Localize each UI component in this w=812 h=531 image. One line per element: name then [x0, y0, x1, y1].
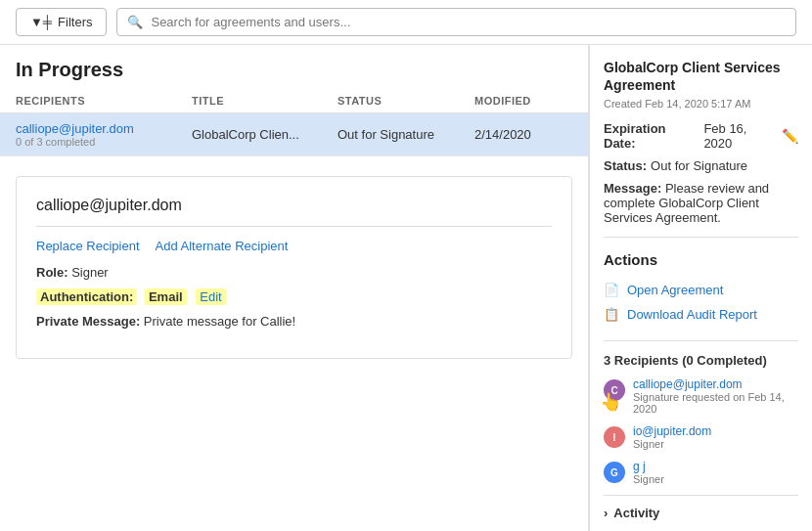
open-agreement-action[interactable]: 📄 Open Agreement — [604, 278, 798, 302]
auth-row: Authentication: Email Edit — [36, 289, 552, 304]
right-panel: GlobalCorp Client Services Agreement Cre… — [589, 45, 812, 531]
col-modified: MODIFIED — [474, 95, 572, 107]
avatar-1: C — [604, 379, 625, 401]
recipient-name-1: calliope@jupiter.dom — [633, 377, 798, 391]
filter-label: Filters — [58, 15, 92, 29]
detail-email: calliope@jupiter.dom — [36, 197, 552, 227]
download-audit-action[interactable]: 📋 Download Audit Report — [604, 302, 798, 327]
actions-title: Actions — [604, 251, 798, 268]
search-bar: 🔍 — [116, 8, 796, 36]
message-section: Message: Please review and complete Glob… — [604, 181, 798, 238]
replace-recipient-link[interactable]: Replace Recipient — [36, 239, 140, 253]
col-status: STATUS — [338, 95, 474, 107]
recipient-sub-2: Signer — [633, 438, 711, 450]
download-icon: 📋 — [604, 307, 619, 322]
message-label: Message: — [604, 181, 661, 196]
recipient-item-1: C calliope@jupiter.dom Signature request… — [604, 377, 798, 415]
filter-icon: ▼╪ — [30, 15, 52, 29]
chevron-right-icon: › — [604, 506, 608, 520]
detail-card: calliope@jupiter.dom Replace Recipient A… — [16, 176, 572, 359]
auth-value: Email — [145, 288, 187, 305]
role-value: Signer — [71, 265, 109, 280]
status-row: Status: Out for Signature — [604, 158, 798, 173]
private-msg-row: Private Message: Private message for Cal… — [36, 314, 552, 329]
detail-links: Replace Recipient Add Alternate Recipien… — [36, 239, 552, 253]
expiration-edit-icon[interactable]: ✏️ — [782, 128, 798, 144]
status-cell: Out for Signature — [338, 127, 474, 142]
activity-toggle[interactable]: › Activity — [604, 506, 798, 520]
recipient-sub-3: Signer — [633, 473, 664, 485]
top-bar: ▼╪ Filters 🔍 — [0, 0, 812, 45]
add-alternate-link[interactable]: Add Alternate Recipient — [156, 239, 289, 253]
recipient-item-3: G g j Signer — [604, 460, 798, 485]
actions-section: Actions 📄 Open Agreement 📋 Download Audi… — [604, 251, 798, 327]
recipient-item-2: I io@jupiter.dom Signer — [604, 424, 798, 450]
status-value: Out for Signature — [651, 158, 747, 173]
recipient-name-3: g j — [633, 460, 664, 473]
left-panel: In Progress RECIPIENTS TITLE STATUS MODI… — [0, 45, 589, 531]
status-label: Status: — [604, 158, 647, 173]
recipient-sub: 0 of 3 completed — [16, 136, 192, 148]
search-input[interactable] — [151, 15, 786, 29]
avatar-3: G — [604, 462, 625, 483]
download-audit-label: Download Audit Report — [627, 307, 757, 322]
modified-cell: 2/14/2020 — [474, 127, 572, 142]
main-content: In Progress RECIPIENTS TITLE STATUS MODI… — [0, 45, 812, 531]
recipient-sub-1: Signature requested on Feb 14, 2020 — [633, 391, 798, 415]
auth-label: Authentication: — [36, 288, 137, 305]
expiration-value: Feb 16, 2020 — [703, 121, 778, 151]
recipient-info-2: io@jupiter.dom Signer — [633, 424, 711, 450]
recipients-title: 3 Recipients (0 Completed) — [604, 353, 798, 368]
agreement-title: GlobalCorp Client Services Agreement — [604, 59, 798, 94]
search-icon: 🔍 — [127, 15, 143, 29]
table-header: RECIPIENTS TITLE STATUS MODIFIED — [0, 89, 588, 113]
col-title: TITLE — [192, 95, 338, 107]
recipient-name-2: io@jupiter.dom — [633, 424, 711, 438]
edit-link[interactable]: Edit — [196, 288, 225, 305]
recipient-cell: calliope@jupiter.dom 0 of 3 completed — [16, 121, 192, 148]
expiration-row: Expiration Date: Feb 16, 2020 ✏️ — [604, 121, 798, 151]
avatar-2: I — [604, 426, 625, 448]
private-value: Private message for Callie! — [144, 314, 295, 329]
activity-section: › Activity — [604, 495, 798, 520]
title-cell: GlobalCorp Clien... — [192, 127, 338, 142]
private-label: Private Message: — [36, 314, 140, 329]
section-title: In Progress — [0, 45, 588, 89]
recipient-email: calliope@jupiter.dom — [16, 121, 192, 136]
created-date: Created Feb 14, 2020 5:17 AM — [604, 98, 798, 110]
expiration-label: Expiration Date: — [604, 121, 699, 151]
filter-button[interactable]: ▼╪ Filters — [16, 8, 107, 36]
role-label: Role: — [36, 265, 68, 280]
role-row: Role: Signer — [36, 265, 552, 280]
col-recipients: RECIPIENTS — [16, 95, 192, 107]
recipient-info-3: g j Signer — [633, 460, 664, 485]
recipient-info-1: calliope@jupiter.dom Signature requested… — [633, 377, 798, 415]
doc-icon: 📄 — [604, 283, 619, 297]
activity-label: Activity — [613, 506, 659, 520]
open-agreement-label: Open Agreement — [627, 283, 723, 297]
table-row[interactable]: calliope@jupiter.dom 0 of 3 completed Gl… — [0, 113, 588, 156]
recipients-section: 3 Recipients (0 Completed) C calliope@ju… — [604, 340, 798, 485]
